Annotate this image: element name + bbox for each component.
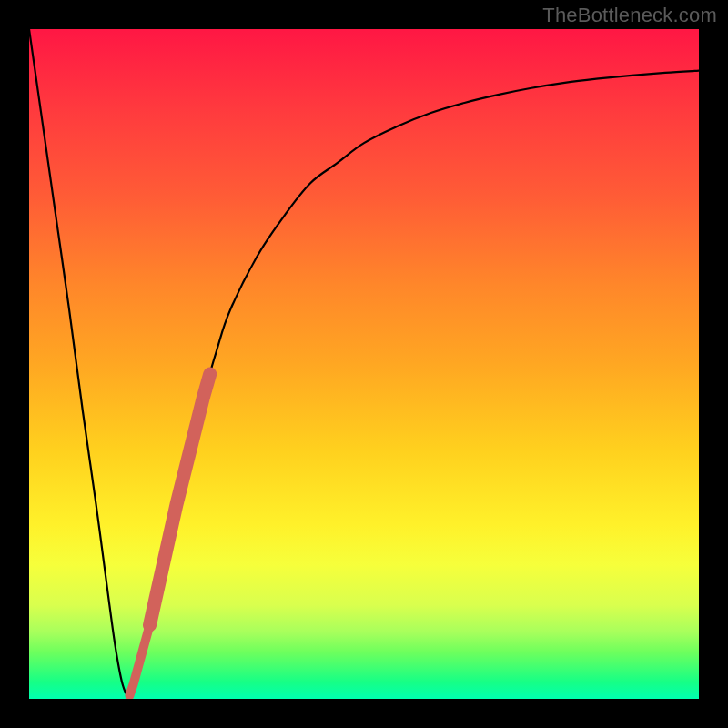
highlight-segment: [149, 374, 209, 625]
bottleneck-curve: [29, 29, 699, 696]
highlight-hook: [129, 625, 149, 695]
watermark-text: TheBottleneck.com: [542, 4, 717, 27]
chart-frame: TheBottleneck.com: [0, 0, 728, 728]
plot-area: [29, 29, 699, 699]
curve-svg: [29, 29, 699, 699]
